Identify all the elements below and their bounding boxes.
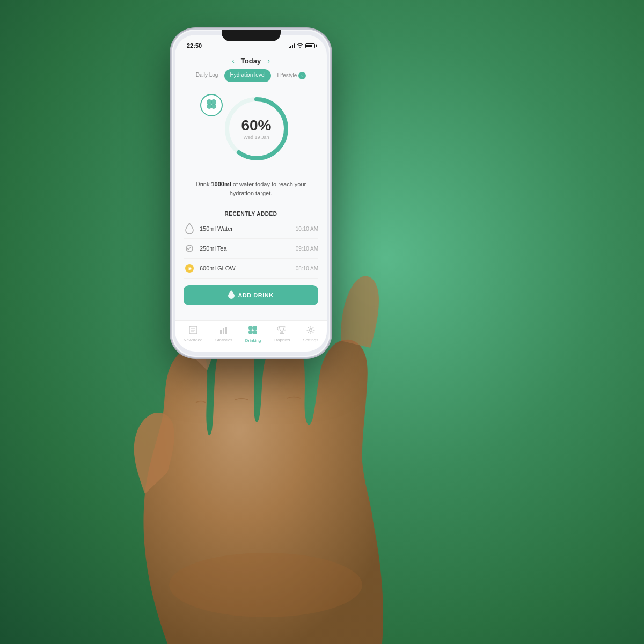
nav-settings[interactable]: Settings	[303, 326, 318, 342]
svg-rect-14	[225, 327, 227, 334]
svg-rect-13	[223, 328, 224, 334]
newsfeed-icon	[189, 326, 197, 336]
drinking-icon	[248, 325, 258, 337]
page-title: Today	[241, 57, 261, 65]
status-icons	[289, 42, 315, 49]
drop-icon	[228, 290, 235, 301]
svg-point-15	[248, 326, 253, 330]
nav-statistics-label: Statistics	[215, 338, 232, 342]
nav-trophies[interactable]: Trophies	[274, 326, 290, 342]
drink-name: 150ml Water	[200, 225, 296, 232]
drink-time: 08:10 AM	[296, 266, 318, 272]
hydration-ring-area: 60% Wed 19 Jan	[206, 89, 297, 169]
phone-notch	[222, 30, 281, 41]
scene: 22:50	[0, 0, 644, 644]
svg-point-4	[211, 104, 216, 109]
app-logo	[200, 94, 223, 116]
lifestyle-badge: 2	[298, 72, 306, 79]
svg-point-17	[248, 330, 253, 334]
main-content: 60% Wed 19 Jan Drink 1000ml of water tod…	[175, 84, 327, 320]
app-content: ‹ Today › Daily Log Hydration level Life…	[175, 54, 327, 352]
svg-rect-20	[280, 333, 284, 334]
nav-newsfeed-label: Newsfeed	[184, 338, 203, 342]
add-drink-label: ADD DRINK	[238, 292, 273, 298]
nav-trophies-label: Trophies	[274, 338, 290, 342]
tab-hydration-level[interactable]: Hydration level	[224, 69, 270, 82]
drink-item: 150ml Water 10:10 AM	[184, 219, 318, 239]
hydration-percent-display: 60% Wed 19 Jan	[241, 118, 271, 140]
tab-lifestyle[interactable]: Lifestyle2	[272, 69, 312, 82]
battery-icon	[305, 43, 315, 48]
svg-point-16	[253, 326, 257, 330]
hydration-date: Wed 19 Jan	[241, 135, 271, 140]
phone-frame: 22:50	[172, 30, 330, 357]
phone-screen: 22:50	[175, 35, 327, 352]
drink-time: 09:10 AM	[296, 246, 318, 252]
svg-point-18	[253, 330, 257, 334]
drink-time: 10:10 AM	[296, 226, 318, 232]
forward-arrow[interactable]: ›	[267, 56, 270, 65]
statistics-icon	[219, 326, 228, 336]
nav-header: ‹ Today ›	[175, 54, 327, 67]
drink-name: 250ml Tea	[200, 245, 296, 252]
svg-point-0	[169, 553, 362, 617]
nav-newsfeed[interactable]: Newsfeed	[184, 326, 203, 342]
recently-added-title: RECENTLY ADDED	[225, 207, 277, 219]
nav-statistics[interactable]: Statistics	[215, 326, 232, 342]
settings-icon	[306, 326, 315, 336]
drink-list: 150ml Water 10:10 AM	[184, 219, 318, 279]
water-icon	[184, 223, 195, 235]
flower-icon	[206, 98, 217, 113]
hydration-percent: 60%	[241, 118, 271, 133]
svg-rect-12	[220, 330, 222, 334]
phone-device: 22:50	[172, 30, 330, 357]
status-time: 22:50	[187, 42, 202, 49]
tab-bar: Daily Log Hydration level Lifestyle2	[175, 67, 327, 84]
nav-drinking[interactable]: Drinking	[245, 325, 261, 343]
add-drink-button[interactable]: ADD DRINK	[184, 285, 318, 305]
glow-icon: ◉	[184, 262, 195, 274]
svg-point-21	[309, 329, 312, 332]
nav-drinking-label: Drinking	[245, 338, 261, 343]
section-divider	[184, 204, 318, 204]
nav-settings-label: Settings	[303, 338, 318, 342]
wifi-icon	[297, 42, 303, 49]
tea-icon	[184, 243, 195, 254]
target-message: Drink 1000ml of water today to reach you…	[184, 173, 318, 202]
hydration-section: 60% Wed 19 Jan	[184, 84, 318, 173]
drink-item: ◉ 600ml GLOW 08:10 AM	[184, 259, 318, 279]
drink-name: 600ml GLOW	[200, 265, 296, 272]
drink-item: 250ml Tea 09:10 AM	[184, 239, 318, 259]
trophies-icon	[277, 326, 286, 336]
bottom-nav: Newsfeed Statistics	[175, 320, 327, 352]
signal-icon	[289, 43, 295, 48]
tab-daily-log[interactable]: Daily Log	[191, 69, 224, 82]
progress-ring: 60% Wed 19 Jan	[222, 94, 291, 164]
back-arrow[interactable]: ‹	[232, 56, 235, 65]
